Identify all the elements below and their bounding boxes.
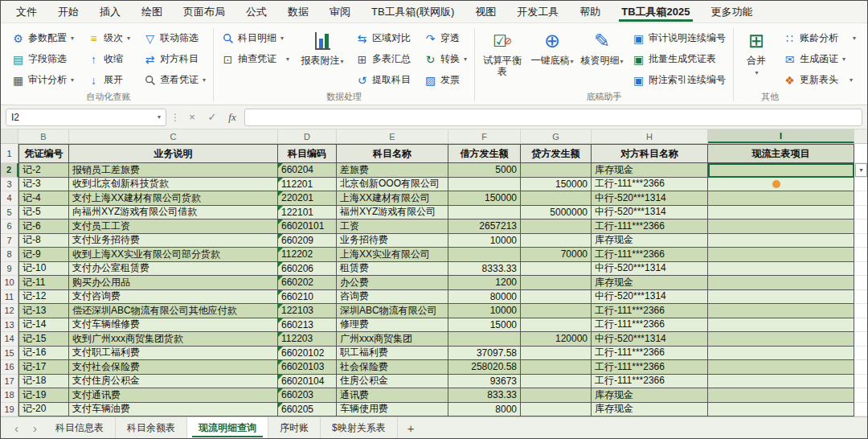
table-cell-D12[interactable]: 122103	[278, 304, 337, 318]
table-cell-G6[interactable]	[521, 220, 592, 234]
confirm-entry-button[interactable]: ✓	[204, 111, 220, 123]
table-cell-F10[interactable]: 1200	[448, 276, 521, 290]
row-number[interactable]: 4	[1, 191, 18, 206]
header-account-code[interactable]: 科目编码	[278, 144, 337, 163]
table-cell-G16[interactable]	[521, 360, 592, 375]
table-cell-C19[interactable]: 支付车辆油费	[69, 403, 278, 417]
invoice-button[interactable]: ▨发票	[421, 72, 469, 88]
row-number[interactable]: 1	[1, 144, 18, 163]
table-cell-B11[interactable]: 记-12	[18, 290, 69, 305]
collapse-button[interactable]: ↑收缩	[84, 51, 133, 67]
table-cell-I11[interactable]	[708, 290, 854, 305]
table-cell-D5[interactable]: 122101	[278, 206, 337, 220]
table-cell-C5[interactable]: 向福州XYZ游戏有限公司借款	[69, 206, 278, 220]
sheet-tab-mapping-table[interactable]: $映射关系表	[321, 417, 398, 438]
menu-tab-formulas[interactable]: 公式	[235, 1, 277, 23]
table-cell-C8[interactable]: 收到上海XX实业有限公司部分货款	[69, 248, 278, 262]
table-cell-E12[interactable]: 深圳ABC物流有限公司	[337, 304, 448, 318]
menu-tab-file[interactable]: 文件	[6, 1, 47, 23]
cancel-entry-button[interactable]: ×	[184, 111, 200, 123]
table-cell-H16[interactable]: 工行-111***2366	[592, 360, 708, 375]
table-cell-F12[interactable]: 10000	[448, 304, 521, 318]
sheet-nav-right-icon[interactable]: ›	[26, 417, 44, 438]
row-number[interactable]: 15	[1, 347, 18, 361]
table-cell-I6[interactable]	[708, 220, 854, 234]
linked-filter-button[interactable]: ▽联动筛选	[141, 31, 208, 46]
row-number[interactable]: 7	[1, 234, 18, 248]
table-cell-F13[interactable]: 15000	[448, 318, 521, 333]
table-cell-I17[interactable]	[708, 375, 854, 389]
table-cell-H2[interactable]: 库存现金	[592, 163, 708, 178]
table-cell-H13[interactable]: 工行-111***2366	[592, 318, 708, 333]
table-cell-G9[interactable]	[521, 262, 592, 277]
table-cell-D8[interactable]: 112202	[278, 248, 337, 262]
table-cell-E18[interactable]: 通讯费	[337, 388, 448, 403]
table-cell-H19[interactable]: 库存现金	[592, 403, 708, 417]
level-button[interactable]: ≡级次▾	[84, 31, 133, 46]
table-cell-G4[interactable]	[521, 191, 592, 206]
select-all-corner[interactable]	[1, 129, 18, 143]
table-cell-I3[interactable]	[708, 178, 854, 192]
table-cell-E11[interactable]: 咨询费	[337, 290, 448, 305]
header-cashflow-item[interactable]: 现流主表项目	[708, 144, 854, 163]
table-cell-C3[interactable]: 收到北京创新科技货款	[69, 178, 278, 192]
generate-confirmation-button[interactable]: ✉生成函证▾	[780, 51, 858, 67]
table-cell-H12[interactable]: 工行-111***2366	[592, 304, 708, 318]
table-cell-E14[interactable]: 广州xxx商贸集团	[337, 332, 448, 347]
table-cell-G14[interactable]: 120000	[521, 332, 592, 347]
header-account-name[interactable]: 科目名称	[337, 144, 448, 163]
table-cell-B18[interactable]: 记-19	[18, 388, 69, 403]
table-cell-C18[interactable]: 支付通讯费	[69, 388, 278, 403]
table-cell-G8[interactable]: 70000	[521, 248, 592, 262]
table-cell-B12[interactable]: 记-13	[18, 304, 69, 318]
table-cell-D16[interactable]: 66020103	[278, 360, 337, 375]
row-number[interactable]: 2	[1, 163, 18, 178]
table-cell-B3[interactable]: 记-3	[18, 178, 69, 192]
sheet-tab-cashflow-detail-query[interactable]: 现流明细查询	[187, 417, 268, 438]
table-cell-B16[interactable]: 记-17	[18, 360, 69, 375]
table-cell-H5[interactable]: 中行-520***1314	[592, 206, 708, 220]
trial-balance-button[interactable]: ☑⊘ 试算平衡表	[480, 27, 525, 80]
header-debit-amount[interactable]: 借方发生额	[448, 144, 521, 163]
table-cell-F5[interactable]	[448, 206, 521, 220]
table-cell-E3[interactable]: 北京创新OOO有限公司	[337, 178, 448, 192]
report-notes-button[interactable]: 报表附注▾	[300, 27, 345, 68]
table-cell-E7[interactable]: 业务招待费	[337, 234, 448, 248]
table-cell-C4[interactable]: 支付上海XX建材有限公司货款	[69, 191, 278, 206]
column-header-F[interactable]: F	[448, 129, 521, 143]
menu-tab-home[interactable]: 开始	[47, 1, 89, 23]
table-cell-B10[interactable]: 记-11	[18, 276, 69, 290]
table-cell-H10[interactable]: 库存现金	[592, 276, 708, 290]
table-cell-B15[interactable]: 记-16	[18, 347, 69, 361]
multi-table-summary-button[interactable]: ⊞多表汇总	[353, 51, 413, 67]
table-cell-E4[interactable]: 上海XX建材有限公司	[337, 191, 448, 206]
menu-tab-tb-online[interactable]: TB工具箱(联网版)	[361, 1, 465, 23]
note-index-numbering-button[interactable]: ▣附注索引连续编号	[629, 72, 728, 88]
table-cell-C16[interactable]: 支付社会保险费	[69, 360, 278, 375]
table-cell-B6[interactable]: 记-6	[18, 220, 69, 234]
menu-tab-data[interactable]: 数据	[277, 1, 319, 23]
table-cell-B17[interactable]: 记-18	[18, 375, 69, 389]
menu-tab-review[interactable]: 审阅	[319, 1, 361, 23]
table-cell-G11[interactable]	[521, 290, 592, 305]
table-cell-E15[interactable]: 职工福利费	[337, 347, 448, 361]
table-cell-I19[interactable]	[708, 403, 854, 417]
column-header-C[interactable]: C	[69, 129, 278, 143]
table-cell-E16[interactable]: 社会保险费	[337, 360, 448, 375]
table-cell-D2[interactable]: 660204	[278, 163, 337, 178]
table-cell-G15[interactable]	[521, 347, 592, 361]
table-cell-H11[interactable]: 中行-520***1314	[592, 290, 708, 305]
table-cell-G12[interactable]	[521, 304, 592, 318]
data-validation-dropdown-button[interactable]: ▾	[855, 163, 867, 177]
aging-analysis-button[interactable]: ∷账龄分析▾	[780, 31, 858, 46]
table-cell-E2[interactable]: 差旅费	[337, 163, 448, 178]
table-cell-E13[interactable]: 修理费	[337, 318, 448, 333]
table-cell-F18[interactable]: 833.33	[448, 388, 521, 403]
table-cell-H18[interactable]: 库存现金	[592, 388, 708, 403]
table-cell-B7[interactable]: 记-8	[18, 234, 69, 248]
add-sheet-button[interactable]: +	[398, 417, 424, 438]
table-cell-E19[interactable]: 车辆使用费	[337, 403, 448, 417]
table-cell-F17[interactable]: 93673	[448, 375, 521, 389]
table-cell-H6[interactable]: 工行-111***2366	[592, 220, 708, 234]
table-cell-I13[interactable]	[708, 318, 854, 333]
